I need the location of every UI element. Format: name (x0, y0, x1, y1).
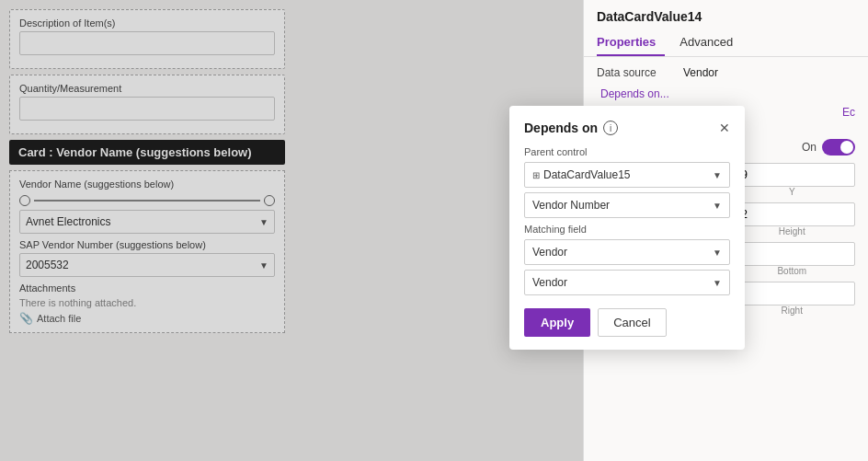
matching-field-dropdown2[interactable]: Vendor ▼ (524, 270, 730, 295)
close-icon[interactable]: ✕ (719, 121, 730, 135)
parent-control-label: Parent control (524, 146, 730, 157)
dropdown-icon-row: ⊞ DataCardValue15 (532, 168, 631, 181)
table-icon: ⊞ (532, 170, 540, 180)
modal-buttons: Apply Cancel (524, 308, 730, 337)
parent-control-sub-arrow-icon: ▼ (713, 201, 722, 211)
on-label: On (802, 141, 817, 154)
right-label: Right (729, 305, 856, 316)
data-source-label: Data source (597, 66, 680, 79)
bottom-label: Bottom (729, 266, 856, 276)
modal-title-row: Depends on i ✕ (524, 121, 730, 135)
depends-on-link[interactable]: Depends on... (600, 87, 669, 100)
modal-title: Depends on (524, 121, 598, 135)
parent-control-sub-dropdown[interactable]: Vendor Number ▼ (524, 192, 730, 218)
cancel-button[interactable]: Cancel (598, 308, 666, 337)
y-field[interactable] (729, 163, 856, 187)
matching-field-dropdown1[interactable]: Vendor ▼ (524, 239, 730, 265)
right-tabs: Properties Advanced (584, 29, 868, 57)
right-field-wrap: Right (729, 282, 856, 316)
height-field-wrap: Height (729, 202, 856, 236)
toggle-switch[interactable] (822, 139, 855, 156)
tab-advanced[interactable]: Advanced (680, 29, 742, 56)
height-field[interactable] (729, 202, 856, 226)
parent-control-dropdown[interactable]: ⊞ DataCardValue15 ▼ (524, 162, 730, 188)
apply-button[interactable]: Apply (524, 308, 590, 337)
depends-on-modal: Depends on i ✕ Parent control ⊞ DataCard… (509, 106, 745, 350)
y-field-wrap: Y (729, 163, 856, 197)
parent-control-arrow-icon: ▼ (713, 170, 722, 180)
matching-field1-arrow-icon: ▼ (713, 248, 722, 258)
modal-title-info: Depends on i (524, 121, 618, 135)
y-label: Y (729, 187, 856, 197)
tab-properties[interactable]: Properties (597, 29, 665, 56)
height-label: Height (729, 226, 856, 236)
modal-overlay (0, 0, 583, 461)
bottom-field-wrap: Bottom (729, 242, 856, 276)
toggle-knob (840, 141, 853, 154)
data-source-value: Vendor (683, 66, 718, 79)
data-source-row: Data source Vendor (597, 66, 855, 79)
right-title: DataCardValue14 (584, 0, 868, 24)
matching-field-label: Matching field (524, 224, 730, 235)
right-field[interactable] (729, 282, 856, 305)
bottom-field[interactable] (729, 242, 856, 266)
info-icon[interactable]: i (603, 121, 618, 135)
matching-field2-arrow-icon: ▼ (713, 278, 722, 288)
